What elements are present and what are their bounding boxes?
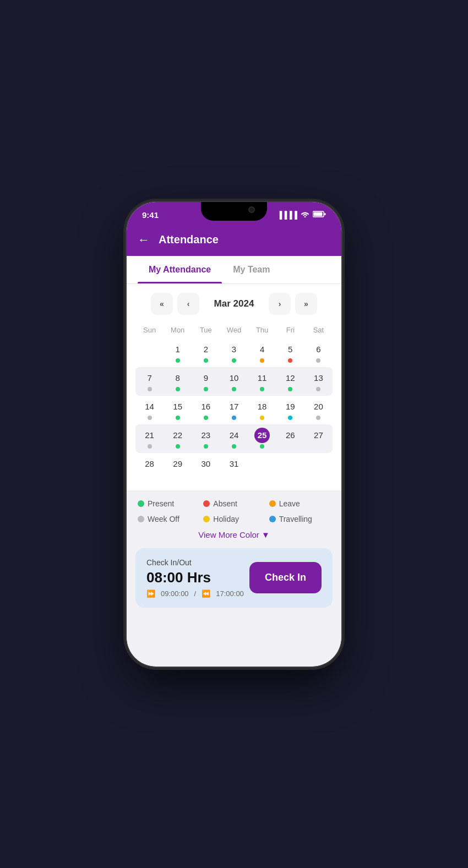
status-dot xyxy=(204,444,208,449)
legend-dot-weekoff xyxy=(138,516,144,522)
calendar-cell[interactable]: 23 xyxy=(192,424,220,453)
camera xyxy=(248,206,255,213)
status-dot xyxy=(316,387,320,391)
status-dot xyxy=(316,358,320,363)
day-header-tue: Tue xyxy=(192,324,220,336)
day-header-sat: Sat xyxy=(304,324,333,336)
calendar-cell[interactable]: 8 xyxy=(164,367,192,396)
calendar-cell[interactable]: 15 xyxy=(164,396,192,424)
calendar-cell[interactable]: 4 xyxy=(248,339,276,367)
calendar-cell[interactable]: 9 xyxy=(192,367,220,396)
calendar-cell[interactable]: 16 xyxy=(192,396,220,424)
calendar-cell[interactable]: 11 xyxy=(248,367,276,396)
calendar-cell[interactable]: 30 xyxy=(192,453,220,482)
status-dot xyxy=(204,416,208,420)
calendar-cell[interactable]: 27 xyxy=(304,424,333,453)
calendar-cell[interactable]: 25 xyxy=(248,424,276,453)
checkin-section: Check In/Out 08:00 Hrs ⏩ 09:00:00 / ⏪ 17… xyxy=(135,548,333,608)
legend-dot-travelling xyxy=(269,516,276,522)
prev-year-button[interactable]: « xyxy=(151,293,173,315)
legend-dot-absent xyxy=(203,500,210,507)
calendar-week-3: 14 15 16 17 18 19 20 xyxy=(135,396,333,424)
day-header-sun: Sun xyxy=(135,324,164,336)
tab-my-attendance[interactable]: My Attendance xyxy=(138,256,222,283)
back-button[interactable]: ← xyxy=(138,233,150,247)
checkin-separator: / xyxy=(194,589,197,598)
calendar-week-5: 28 29 30 31 xyxy=(135,453,333,482)
calendar-cell[interactable]: 20 xyxy=(304,396,333,424)
status-dot xyxy=(176,416,180,420)
status-dot xyxy=(260,416,264,420)
status-icons: ▐▐▐▐ xyxy=(277,211,326,219)
calendar-cell[interactable]: 18 xyxy=(248,396,276,424)
status-dot xyxy=(316,416,320,420)
calendar-cell[interactable]: 2 xyxy=(192,339,220,367)
next-year-button[interactable]: » xyxy=(295,293,317,315)
calendar-cell[interactable]: 29 xyxy=(164,453,192,482)
calendar-cell[interactable]: 7 xyxy=(135,367,164,396)
calendar-cell[interactable]: 10 xyxy=(220,367,248,396)
status-dot xyxy=(232,387,236,391)
calendar-nav: « ‹ Mar 2024 › » xyxy=(135,293,333,315)
status-dot xyxy=(176,444,180,449)
phone-frame: 9:41 ▐▐▐▐ ← Attend xyxy=(127,202,341,667)
next-month-button[interactable]: › xyxy=(269,293,291,315)
calendar-cell[interactable]: 6 xyxy=(304,339,333,367)
day-header-mon: Mon xyxy=(164,324,192,336)
legend-label-leave: Leave xyxy=(279,499,300,508)
calendar-day-headers: Sun Mon Tue Wed Thu Fri Sat xyxy=(135,324,333,336)
calendar-cell[interactable]: 19 xyxy=(276,396,304,424)
status-dot xyxy=(232,358,236,363)
calendar-cell[interactable]: 22 xyxy=(164,424,192,453)
calendar-cell xyxy=(248,453,276,482)
status-dot xyxy=(176,387,180,391)
prev-month-button[interactable]: ‹ xyxy=(177,293,199,315)
calendar-cell[interactable]: 21 xyxy=(135,424,164,453)
checkin-time: 08:00 Hrs xyxy=(146,569,244,586)
calendar-cell[interactable] xyxy=(135,339,164,367)
day-header-wed: Wed xyxy=(220,324,248,336)
battery-icon xyxy=(313,211,326,219)
status-dot xyxy=(232,416,236,420)
status-dot xyxy=(288,358,292,363)
calendar-cell[interactable]: 17 xyxy=(220,396,248,424)
legend-item-travelling: Travelling xyxy=(269,515,330,523)
checkin-out-time: 17:00:00 xyxy=(216,589,244,598)
main-content: My Attendance My Team « ‹ Mar 2024 › » xyxy=(127,256,341,663)
calendar-cell[interactable]: 5 xyxy=(276,339,304,367)
calendar-grid: Sun Mon Tue Wed Thu Fri Sat 1 2 3 xyxy=(135,324,333,482)
legend-label-weekoff: Week Off xyxy=(148,515,179,523)
status-dot xyxy=(148,387,152,391)
calendar-cell[interactable]: 28 xyxy=(135,453,164,482)
view-more-colors-button[interactable]: View More Color ▼ xyxy=(138,530,330,539)
calendar-cell[interactable]: 3 xyxy=(220,339,248,367)
status-dot xyxy=(204,387,208,391)
notch xyxy=(201,202,267,221)
status-dot xyxy=(232,444,236,449)
calendar-cell[interactable]: 31 xyxy=(220,453,248,482)
wifi-icon xyxy=(301,211,309,219)
checkin-info: Check In/Out 08:00 Hrs ⏩ 09:00:00 / ⏪ 17… xyxy=(146,558,244,598)
checkin-schedule: ⏩ 09:00:00 / ⏪ 17:00:00 xyxy=(146,589,244,598)
calendar-cell[interactable]: 14 xyxy=(135,396,164,424)
calendar-cell[interactable]: 24 xyxy=(220,424,248,453)
checkin-label: Check In/Out xyxy=(146,558,244,567)
calendar-cell[interactable]: 13 xyxy=(304,367,333,396)
status-dot xyxy=(260,387,264,391)
calendar-section: « ‹ Mar 2024 › » Sun Mon Tue Wed Thu F xyxy=(127,284,341,490)
legend-item-holiday: Holiday xyxy=(203,515,264,523)
check-in-button[interactable]: Check In xyxy=(249,562,322,593)
status-dot xyxy=(204,358,208,363)
page-title: Attendance xyxy=(159,233,219,246)
checkin-in-time: 09:00:00 xyxy=(161,589,189,598)
calendar-cell[interactable]: 26 xyxy=(276,424,304,453)
tab-bar: My Attendance My Team xyxy=(127,256,341,284)
legend-dot-holiday xyxy=(203,516,210,522)
status-dot xyxy=(260,358,264,363)
calendar-cell[interactable]: 12 xyxy=(276,367,304,396)
legend-item-present: Present xyxy=(138,499,199,508)
phone-screen: 9:41 ▐▐▐▐ ← Attend xyxy=(127,202,341,667)
calendar-cell[interactable]: 1 xyxy=(164,339,192,367)
tab-my-team[interactable]: My Team xyxy=(222,256,281,283)
status-dot xyxy=(148,444,152,449)
